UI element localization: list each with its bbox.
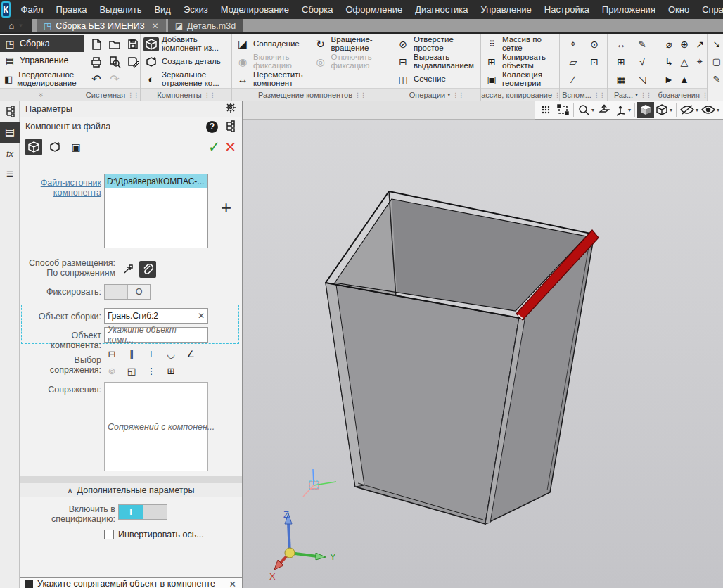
kompas-logo-icon[interactable]: К xyxy=(1,1,11,18)
menu-приложения[interactable]: Приложения xyxy=(596,0,662,19)
hide-objects-icon[interactable]: ▾ xyxy=(679,102,700,118)
insert-folder-icon[interactable]: ▣ xyxy=(68,139,84,155)
change-table-icon[interactable]: ▦ xyxy=(613,72,629,87)
lcs-icon[interactable]: ⌖ xyxy=(565,37,581,51)
menu-окно[interactable]: Окно xyxy=(662,0,696,19)
mass-properties-button[interactable]: ▢МЦХ xyxy=(709,53,722,70)
graphics-area[interactable]: ▾ ▾ ▾ ▾ ▾ xyxy=(243,101,723,588)
zoom-tool-icon[interactable]: ▾ xyxy=(576,102,596,118)
tab-part[interactable]: ◪ Деталь.m3d xyxy=(168,19,243,32)
coincidence-icon[interactable]: ⊟ xyxy=(104,347,120,361)
menu-настройка[interactable]: Настройка xyxy=(538,0,596,19)
home-button[interactable]: ⌂▼ xyxy=(0,19,32,32)
position-mark-icon[interactable]: ⌖ xyxy=(692,55,707,69)
tangent-icon[interactable]: ◡ xyxy=(163,347,179,361)
tolerance-frame-icon[interactable]: ⊞ xyxy=(613,55,629,69)
axis-icon[interactable]: ∕ xyxy=(565,72,581,87)
file-source-box[interactable]: D:\Драйвера\КОМПАС-... xyxy=(104,174,208,248)
flag-icon[interactable]: ► xyxy=(661,72,677,87)
print-icon[interactable] xyxy=(89,55,104,69)
copy-objects-button[interactable]: ⊞ Копировать объекты xyxy=(484,53,558,70)
angle-icon[interactable]: ∠ xyxy=(183,347,198,361)
wireframe-display-icon[interactable]: ▾ xyxy=(654,102,674,118)
additional-parameters-expander[interactable]: ∧ Дополнительные параметры xyxy=(20,483,242,497)
mates-list[interactable]: Сопряжений с компонен... xyxy=(104,382,208,471)
add-component-button[interactable]: Добавить компонент из... xyxy=(143,35,230,53)
save-as-icon[interactable] xyxy=(125,55,140,69)
shaded-display-icon[interactable] xyxy=(637,102,654,118)
cone-mark-icon[interactable]: ▲ xyxy=(677,72,692,87)
show-objects-icon[interactable]: ▾ xyxy=(700,102,721,118)
local-cs-icon[interactable]: ⊡ xyxy=(587,55,602,69)
menu-диагностика[interactable]: Диагностика xyxy=(409,0,474,19)
orientation-icon[interactable] xyxy=(596,102,613,118)
boundary-curves-button[interactable]: ✎Гр кр xyxy=(709,70,722,88)
prompt-close-icon[interactable]: ✕ xyxy=(229,579,236,588)
panel-settings-gear-icon[interactable] xyxy=(225,102,236,115)
section-button[interactable]: ◫ Сечение xyxy=(395,70,479,88)
save-icon[interactable] xyxy=(125,37,140,51)
tree-view-icon[interactable] xyxy=(224,120,236,134)
menu-оформление[interactable]: Оформление xyxy=(340,0,409,19)
component-object-input[interactable]: Укажите объект комп... xyxy=(104,327,208,343)
menu-вид[interactable]: Вид xyxy=(148,0,177,19)
info-object-button[interactable]: ↘Ин об xyxy=(709,35,722,53)
thread-icon[interactable]: ⌀ xyxy=(661,37,677,51)
symmetry-icon[interactable]: ⋮ xyxy=(143,364,159,378)
file-source-link[interactable]: Файл-источник компонента xyxy=(41,178,101,198)
plane-icon[interactable]: ▱ xyxy=(565,55,581,69)
grid-array-button[interactable]: ⠿ Массив по сетке xyxy=(484,35,558,53)
include-spec-toggle[interactable]: I xyxy=(118,504,167,520)
menu-файл[interactable]: Файл xyxy=(15,0,50,19)
hole-axis-icon[interactable]: ⊕ xyxy=(677,37,692,51)
disable-fixation-button[interactable]: ◎ Отключить фиксацию xyxy=(313,53,391,70)
placement-by-coords-icon[interactable] xyxy=(120,261,136,278)
move-component-button[interactable]: ↔ Переместить компонент xyxy=(235,70,313,88)
geometry-collection-button[interactable]: ▣ Коллекция геометрии xyxy=(484,70,558,88)
mode-solid-modeling[interactable]: ◧ Твердотельное моделирование xyxy=(0,69,84,88)
simple-hole-button[interactable]: ⊘ Отверстие простое xyxy=(395,35,479,53)
coaxial-icon[interactable]: ◱ xyxy=(124,364,139,378)
menu-выделить[interactable]: Выделить xyxy=(93,0,148,19)
model-front-face[interactable] xyxy=(326,283,519,524)
undo-icon[interactable]: ↶ xyxy=(89,72,104,87)
dependent-icon[interactable]: ⊞ xyxy=(163,364,179,378)
toolbar-drag-handle[interactable] xyxy=(537,102,554,118)
dimension-icon[interactable]: ↔ xyxy=(613,37,629,51)
mode-management[interactable]: ▤ Управление xyxy=(0,52,84,69)
create-part-button[interactable]: Создать деталь xyxy=(143,53,230,70)
menu-справка[interactable]: Справка xyxy=(696,0,723,19)
finish-mark-icon[interactable]: ✎ xyxy=(634,37,650,51)
mode-assembly[interactable]: ◳ Сборка xyxy=(0,35,84,52)
insert-from-clipboard-icon[interactable] xyxy=(46,139,63,155)
menu-сборка[interactable]: Сборка xyxy=(295,0,340,19)
parameters-panel-icon[interactable]: ▤ xyxy=(0,122,20,143)
confirm-button[interactable]: ✓ xyxy=(208,139,221,155)
mirror-component-button[interactable]: ◐ Зеркальное отражение ко... xyxy=(143,70,230,88)
coincidence-button[interactable]: ◪ Совпадение xyxy=(235,35,313,53)
menu-эскиз[interactable]: Эскиз xyxy=(177,0,215,19)
help-icon[interactable]: ? xyxy=(206,121,218,133)
new-document-icon[interactable] xyxy=(89,37,104,51)
bend-note-icon[interactable]: ◹ xyxy=(634,72,650,87)
redo-icon[interactable]: ↷ xyxy=(107,72,122,87)
datum-icon[interactable]: △ xyxy=(677,55,692,69)
mode-group-collapse[interactable]: » xyxy=(0,88,84,101)
menu-управление[interactable]: Управление xyxy=(475,0,538,19)
file-source-value[interactable]: D:\Драйвера\КОМПАС-... xyxy=(105,174,207,188)
roughness-icon[interactable]: √ xyxy=(634,55,650,69)
menu-моделирование[interactable]: Моделирование xyxy=(215,0,295,19)
model-3d-view[interactable]: Z Y X xyxy=(243,120,723,588)
leader-icon[interactable]: ↗ xyxy=(692,37,707,51)
parallel-icon[interactable]: ∥ xyxy=(124,347,139,361)
tab-assembly[interactable]: ◳ Сборка БЕЗ ИМЕНИ3 ✕ xyxy=(37,19,166,32)
assembly-object-input[interactable]: Грань.Сгиб:2 ✕ xyxy=(104,308,208,324)
variables-panel-icon[interactable]: fx xyxy=(0,143,20,164)
open-icon[interactable] xyxy=(107,37,122,51)
fix-toggle[interactable]: O xyxy=(104,284,151,300)
menu-правка[interactable]: Правка xyxy=(50,0,94,19)
placement-triad-icon[interactable]: ▾ xyxy=(613,102,632,118)
invert-axis-checkbox[interactable] xyxy=(104,530,114,539)
clear-assembly-object-icon[interactable]: ✕ xyxy=(198,311,205,321)
tab-close-icon[interactable]: ✕ xyxy=(152,21,159,31)
